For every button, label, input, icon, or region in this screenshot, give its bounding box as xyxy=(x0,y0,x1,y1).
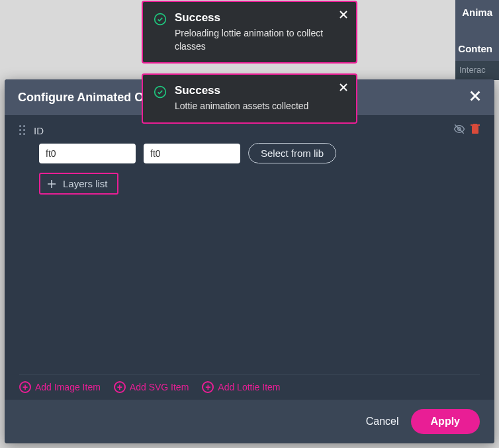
id-input-1[interactable] xyxy=(39,144,136,163)
id-label: ID xyxy=(34,125,44,136)
check-circle-icon xyxy=(154,13,167,26)
toast-content: Success Lottie animation assets collecte… xyxy=(175,84,345,113)
id-input-2[interactable] xyxy=(144,144,240,163)
svg-rect-3 xyxy=(472,126,478,134)
drag-handle-icon[interactable] xyxy=(19,125,26,136)
plus-icon xyxy=(47,179,56,189)
toast-success-preload: Success Preloading lottie animation to c… xyxy=(142,1,357,64)
close-icon[interactable] xyxy=(469,90,481,105)
sidebar-label-animation: Anima xyxy=(462,7,492,18)
toast-title: Success xyxy=(175,11,345,24)
svg-rect-5 xyxy=(473,124,477,125)
right-sidebar-panel: Anima Conten xyxy=(455,0,499,61)
layers-list-button[interactable]: Layers list xyxy=(39,173,118,195)
modal-body: ID xyxy=(5,115,494,374)
layers-list-label: Layers list xyxy=(63,178,108,189)
sidebar-label-content: Conten xyxy=(458,43,492,54)
add-svg-item-button[interactable]: + Add SVG Item xyxy=(114,381,189,393)
add-svg-label: Add SVG Item xyxy=(130,382,189,392)
add-lottie-item-button[interactable]: + Add Lottie Item xyxy=(202,381,280,393)
sidebar-label-interaction: Interac xyxy=(455,61,499,80)
add-lottie-label: Add Lottie Item xyxy=(218,382,280,392)
field-row: ID xyxy=(19,123,480,138)
plus-circle-icon: + xyxy=(202,381,214,393)
plus-circle-icon: + xyxy=(19,381,31,393)
cancel-button[interactable]: Cancel xyxy=(366,416,399,427)
toast-success-collected: Success Lottie animation assets collecte… xyxy=(142,73,357,124)
eye-off-icon[interactable] xyxy=(453,123,465,138)
toast-title: Success xyxy=(175,84,345,97)
trash-icon[interactable] xyxy=(471,124,480,137)
bottom-actions: + Add Image Item + Add SVG Item + Add Lo… xyxy=(19,374,480,400)
close-icon[interactable] xyxy=(339,9,348,22)
inputs-row: Select from lib xyxy=(39,143,480,163)
svg-point-1 xyxy=(155,87,166,98)
configure-modal: Configure Animated Op ID xyxy=(5,79,494,443)
close-icon[interactable] xyxy=(339,81,348,95)
modal-title: Configure Animated Op xyxy=(18,91,151,105)
add-image-label: Add Image Item xyxy=(35,382,101,392)
plus-circle-icon: + xyxy=(114,381,126,393)
select-from-lib-button[interactable]: Select from lib xyxy=(248,143,336,163)
svg-point-0 xyxy=(155,14,166,25)
check-circle-icon xyxy=(154,85,167,99)
toast-message: Lottie animation assets collected xyxy=(175,100,345,113)
add-image-item-button[interactable]: + Add Image Item xyxy=(19,381,101,393)
modal-footer: Cancel Apply xyxy=(5,400,494,443)
toast-content: Success Preloading lottie animation to c… xyxy=(175,11,345,53)
toast-message: Preloading lottie animation to collect c… xyxy=(175,27,345,53)
apply-button[interactable]: Apply xyxy=(411,409,480,434)
